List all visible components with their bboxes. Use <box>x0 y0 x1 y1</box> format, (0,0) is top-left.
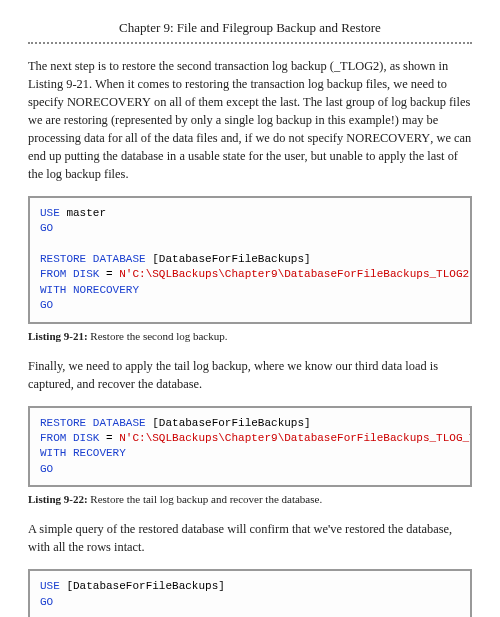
code-text: [DatabaseForFileBackups] <box>146 253 311 265</box>
kw-recovery: RECOVERY <box>66 447 125 459</box>
code-text: = <box>99 432 119 444</box>
kw-with: WITH <box>40 284 66 296</box>
paragraph-intro: The next step is to restore the second t… <box>28 58 472 184</box>
paragraph-query: A simple query of the restored database … <box>28 521 472 557</box>
listing-label: Listing 9-21: <box>28 330 90 342</box>
kw-go: GO <box>40 463 53 475</box>
kw-norecovery: NORECOVERY <box>66 284 139 296</box>
code-text: [DatabaseForFileBackups] <box>146 417 311 429</box>
kw-use: USE <box>40 207 60 219</box>
listing-text: Restore the second log backup. <box>90 330 227 342</box>
listing-9-21-caption: Listing 9-21: Restore the second log bac… <box>28 330 472 342</box>
code-query-block: USE [DatabaseForFileBackups] GO SELECT *… <box>28 569 472 617</box>
code-path: N'C:\SQLBackups\Chapter9\DatabaseForFile… <box>119 432 472 444</box>
code-listing-9-22: RESTORE DATABASE [DatabaseForFileBackups… <box>28 406 472 488</box>
kw-restore: RESTORE <box>40 417 86 429</box>
kw-from: FROM <box>40 432 66 444</box>
kw-restore: RESTORE <box>40 253 86 265</box>
code-text: = <box>99 268 119 280</box>
norecovery-ref: NORECOVERY <box>67 95 151 109</box>
paragraph-tail-log: Finally, we need to apply the tail log b… <box>28 358 472 394</box>
kw-disk: DISK <box>66 432 99 444</box>
code-path: N'C:\SQLBackups\Chapter9\DatabaseForFile… <box>119 268 472 280</box>
kw-with: WITH <box>40 447 66 459</box>
kw-go: GO <box>40 596 53 608</box>
kw-go: GO <box>40 222 53 234</box>
p1-text: The next step is to restore the second t… <box>28 59 334 73</box>
code-text: [DatabaseForFileBackups] <box>60 580 225 592</box>
listing-text: Restore the tail log backup and recover … <box>90 493 322 505</box>
chapter-header: Chapter 9: File and Filegroup Backup and… <box>28 20 472 44</box>
kw-database: DATABASE <box>86 417 145 429</box>
tlog2-ref: _TLOG2 <box>334 59 379 73</box>
code-text: master <box>60 207 106 219</box>
listing-9-22-caption: Listing 9-22: Restore the tail log backu… <box>28 493 472 505</box>
listing-label: Listing 9-22: <box>28 493 90 505</box>
norecovery-ref2: NORECOVERY <box>346 131 430 145</box>
code-listing-9-21: USE master GO RESTORE DATABASE [Database… <box>28 196 472 324</box>
kw-go: GO <box>40 299 53 311</box>
kw-disk: DISK <box>66 268 99 280</box>
kw-from: FROM <box>40 268 66 280</box>
kw-use: USE <box>40 580 60 592</box>
kw-database: DATABASE <box>86 253 145 265</box>
